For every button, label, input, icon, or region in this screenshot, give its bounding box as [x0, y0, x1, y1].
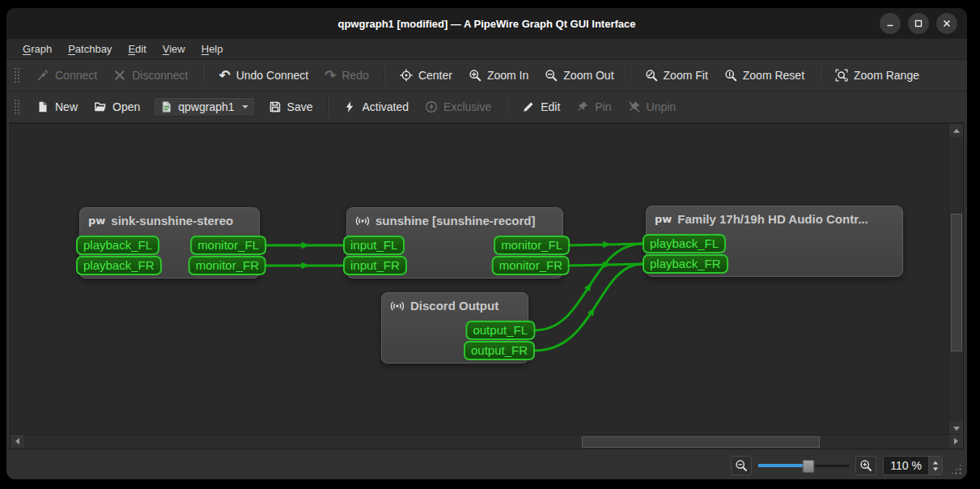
toolbar-button-label: Edit — [541, 100, 560, 113]
port-input-fl[interactable]: input_FL — [343, 236, 405, 255]
port-playback-fl[interactable]: playback_FL — [643, 234, 726, 253]
redo-button[interactable]: ↷Redo — [317, 65, 376, 86]
toolbar-drag-handle[interactable] — [14, 99, 20, 115]
zoom-in-icon — [469, 69, 482, 82]
maximize-button[interactable] — [908, 13, 929, 34]
spin-up-icon — [933, 461, 938, 464]
port-playback-fr[interactable]: playback_FR — [76, 256, 162, 275]
port-playback-fr[interactable]: playback_FR — [643, 254, 728, 274]
toolbar-separator — [384, 66, 385, 85]
open-button[interactable]: Open — [87, 96, 147, 117]
arrow-up-icon — [953, 129, 960, 133]
scroll-up-button[interactable] — [949, 124, 963, 137]
window-resize-grip[interactable] — [950, 463, 962, 475]
zoom-fit-button[interactable]: Zoom Fit — [638, 65, 715, 86]
port-input-fr[interactable]: input_FR — [343, 256, 407, 275]
toolbar-button-label: New — [55, 100, 78, 113]
minimize-button[interactable] — [880, 13, 901, 34]
zoom-reset-button[interactable]: Zoom Reset — [717, 65, 812, 86]
horizontal-scrollbar[interactable] — [11, 434, 963, 449]
undo-icon: ↶ — [218, 69, 230, 82]
menu-patchbay[interactable]: Patchbay — [60, 40, 120, 57]
app-window: qpwgraph1 [modified] — A PipeWire Graph … — [6, 8, 967, 479]
graph-canvas[interactable]: pwsink-sunshine-stereosunshine [sunshine… — [10, 123, 964, 449]
new-button[interactable]: New — [29, 96, 85, 117]
port-monitor-fl[interactable]: monitor_FL — [494, 236, 570, 255]
undo-connect-button[interactable]: ↶Undo Connect — [211, 65, 316, 86]
toolbar-button-label: Undo Connect — [236, 69, 309, 82]
menubar: GraphPatchbayEditViewHelp — [6, 39, 967, 60]
toolbar-graph-items: ConnectDisconnect↶Undo Connect↷RedoCente… — [29, 65, 927, 86]
port-monitor-fr[interactable]: monitor_FR — [189, 256, 266, 275]
toolbar-button-label: Save — [287, 100, 313, 113]
save-button[interactable]: Save — [261, 96, 320, 117]
zoom-value[interactable]: 110 % — [884, 459, 928, 472]
menu-graph[interactable]: Graph — [15, 40, 60, 57]
toolbar-separator — [629, 66, 630, 85]
zoom-spin-buttons[interactable] — [928, 457, 942, 474]
port-output-fr[interactable]: output_FR — [464, 341, 535, 360]
port-output-fl[interactable]: output_FL — [465, 321, 535, 340]
open-icon — [94, 100, 107, 113]
port-playback-fl[interactable]: playback_FL — [76, 236, 159, 255]
port-monitor-fl[interactable]: monitor_FL — [190, 236, 266, 255]
toolbar-drag-handle[interactable] — [14, 67, 20, 83]
toolbar-button-label: qpwgraph1 — [178, 100, 234, 113]
horizontal-scroll-thumb[interactable] — [582, 436, 820, 448]
activated-icon — [343, 100, 356, 113]
toolbar-button-label: Zoom Reset — [743, 69, 804, 82]
scroll-down-button[interactable] — [949, 422, 963, 435]
vertical-scroll-thumb[interactable] — [951, 214, 962, 351]
slider-handle[interactable] — [802, 460, 814, 473]
toolbar-patchbay: NewOpenqpwgraph1SaveActivatedExclusiveEd… — [6, 91, 967, 123]
close-button[interactable] — [936, 13, 957, 34]
arrow-right-icon — [954, 438, 958, 444]
unpin-button[interactable]: Unpin — [621, 96, 684, 117]
menu-help[interactable]: Help — [193, 40, 231, 57]
arrow-down-icon — [953, 427, 960, 431]
connect-icon — [36, 69, 49, 82]
scroll-right-button[interactable] — [949, 435, 963, 448]
pin-button[interactable]: Pin — [569, 96, 618, 117]
toolbar-patchbay-items: NewOpenqpwgraph1SaveActivatedExclusiveEd… — [29, 96, 683, 117]
zoom-in-icon — [859, 459, 872, 472]
spin-down-icon — [933, 467, 938, 470]
zoom-out-button[interactable]: Zoom Out — [537, 65, 621, 86]
toolbar-separator — [819, 66, 821, 85]
activated-button[interactable]: Activated — [336, 96, 416, 117]
toolbar-button-label: Zoom Out — [563, 69, 613, 82]
titlebar[interactable]: qpwgraph1 [modified] — A PipeWire Graph … — [6, 8, 967, 39]
menu-edit[interactable]: Edit — [120, 40, 154, 57]
connect-button[interactable]: Connect — [29, 65, 104, 86]
patchbay-select[interactable]: qpwgraph1 — [153, 97, 255, 117]
toolbar-button-label: Zoom In — [487, 69, 528, 82]
center-button[interactable]: Center — [392, 65, 460, 86]
disconnect-button[interactable]: Disconnect — [106, 65, 195, 86]
edit-button[interactable]: Edit — [515, 96, 567, 117]
menu-view[interactable]: View — [155, 40, 193, 57]
vertical-scrollbar[interactable] — [948, 124, 963, 435]
toolbar-button-label: Unpin — [647, 100, 677, 113]
zoom-spinbox[interactable]: 110 % — [883, 456, 943, 475]
close-icon — [942, 19, 952, 28]
unpin-icon — [628, 100, 641, 113]
edit-icon — [522, 100, 535, 113]
port-monitor-fr[interactable]: monitor_FR — [492, 256, 570, 275]
zoom-in-button[interactable] — [855, 456, 876, 475]
zoom-fit-icon — [645, 69, 658, 82]
exclusive-icon — [425, 100, 438, 113]
pin-icon — [576, 100, 589, 113]
zoom-slider[interactable] — [758, 459, 849, 472]
zoom-out-button[interactable] — [731, 456, 752, 475]
window-controls — [880, 13, 957, 34]
statusbar: 110 % — [6, 452, 967, 479]
toolbar-separator — [202, 66, 204, 85]
zoom-range-button[interactable]: Zoom Range — [828, 65, 927, 86]
toolbar-button-label: Zoom Fit — [664, 69, 708, 82]
slider-fill — [758, 464, 808, 467]
toolbar-separator — [506, 97, 507, 117]
toolbar-button-label: Redo — [342, 69, 368, 82]
scroll-left-button[interactable] — [11, 435, 24, 448]
zoom-in-button[interactable]: Zoom In — [461, 65, 536, 86]
exclusive-button[interactable]: Exclusive — [418, 96, 498, 117]
